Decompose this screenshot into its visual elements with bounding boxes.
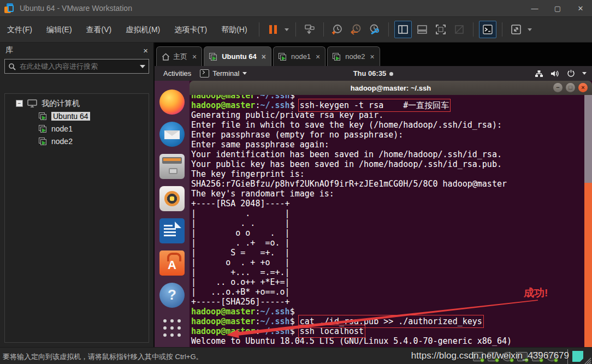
harddisk-icon[interactable]	[488, 352, 498, 361]
terminal-text-segment: Generating public/private rsa key pair.	[191, 110, 383, 120]
tree-item-node1[interactable]: node1	[5, 122, 149, 135]
pause-icon	[269, 25, 277, 34]
terminal-minimize-button[interactable]: −	[553, 83, 563, 92]
device-status-icons[interactable]	[473, 352, 557, 361]
terminal-text-segment: | o o . |	[191, 228, 290, 238]
help-icon[interactable]	[159, 283, 185, 308]
manage-snapshots-button[interactable]	[366, 21, 383, 38]
terminal-text-segment: ~/.ssh	[260, 100, 289, 110]
terminal-text-segment: | . . |	[191, 218, 290, 228]
close-button[interactable]: ✕	[569, 0, 592, 16]
fit-dropdown-caret[interactable]	[528, 28, 532, 31]
terminal-text-segment: | +... =.=+.|	[191, 267, 290, 277]
resize-grip-icon[interactable]	[584, 357, 591, 364]
notification-dot-icon	[389, 72, 393, 76]
tree-item-ubuntu64[interactable]: Ubuntu 64	[5, 110, 149, 122]
menu-view[interactable]: 查看(V)	[79, 17, 119, 42]
files-icon[interactable]	[159, 154, 185, 179]
sound-icon[interactable]	[547, 352, 557, 361]
terminal-text-segment: Enter passphrase (empty for no passphras…	[191, 130, 408, 140]
terminal-text-segment: ~/.ssh	[260, 317, 289, 326]
show-thumbnail-bar-button[interactable]	[414, 21, 430, 38]
clock-text: Thu 06:35	[353, 69, 387, 77]
message-log-icon[interactable]	[572, 351, 583, 362]
cdrom-icon[interactable]	[502, 352, 513, 361]
take-snapshot-button[interactable]	[329, 21, 346, 38]
fit-guest-icon	[510, 23, 522, 35]
revert-snapshot-icon	[350, 23, 363, 36]
menu-file[interactable]: 文件(F)	[0, 17, 39, 42]
library-pane-icon	[398, 24, 409, 35]
terminal-text-segment: | ...o.+B* +o==.o|	[191, 287, 290, 297]
revert-snapshot-button[interactable]	[348, 21, 364, 38]
show-library-button[interactable]	[394, 21, 412, 38]
window-title: Ubuntu 64 - VMware Workstation	[20, 4, 132, 13]
tree-item-my-computer[interactable]: − 我的计算机	[5, 97, 149, 110]
tab-close-icon[interactable]: ×	[192, 52, 197, 61]
home-icon	[162, 53, 170, 61]
tab-node2[interactable]: node2 ×	[327, 46, 380, 66]
tab-node1[interactable]: node1 ×	[273, 46, 325, 66]
thunderbird-icon[interactable]	[159, 122, 185, 147]
tab-close-icon[interactable]: ×	[370, 52, 374, 61]
libreoffice-writer-icon[interactable]	[159, 218, 185, 243]
fullscreen-button[interactable]	[433, 21, 449, 38]
menu-edit[interactable]: 编辑(E)	[39, 17, 79, 42]
search-placeholder: 在此处键入内容进行搜索	[20, 62, 140, 71]
tree-item-label: node2	[51, 137, 73, 146]
search-dropdown-caret[interactable]	[140, 65, 145, 68]
rhythmbox-icon[interactable]	[159, 186, 185, 211]
tab-close-icon[interactable]: ×	[262, 52, 266, 61]
minimize-button[interactable]: —	[523, 0, 546, 16]
pause-dropdown-caret[interactable]	[285, 28, 289, 31]
terminal-scrollbar[interactable]	[584, 95, 592, 347]
vm-console-screen: Activities Terminal Thu 06:35	[155, 66, 592, 347]
terminal-text-segment: $	[290, 307, 300, 317]
status-bar: 要将输入定向到该虚拟机，请将鼠标指针移入其中或按 Ctrl+G。 https:/…	[0, 347, 592, 364]
send-ctrl-alt-del-button[interactable]	[301, 21, 318, 38]
clock-menu[interactable]: Thu 06:35	[155, 69, 592, 77]
ubuntu-software-icon[interactable]	[159, 250, 185, 276]
terminal-line: | o . + +o |	[191, 258, 584, 267]
library-close-icon[interactable]: ×	[143, 46, 148, 55]
tab-close-icon[interactable]: ×	[316, 52, 320, 61]
tab-home[interactable]: 主页 ×	[156, 46, 202, 66]
fit-guest-button[interactable]	[508, 21, 524, 38]
terminal-text-segment: $	[290, 326, 300, 336]
terminal-close-button[interactable]: ×	[578, 83, 588, 92]
terminal-line: | ...o.+B* +o==.o|	[191, 287, 584, 297]
tree-item-node2[interactable]: node2	[5, 135, 149, 147]
floppy-icon[interactable]	[473, 352, 483, 361]
terminal-line: | .. o.o++ +*E+=|	[191, 277, 584, 287]
terminal-line: hadoop@master:~/.ssh$ ssh-keygen -t rsa …	[191, 100, 584, 110]
terminal-text-segment: | . .+ =o. |	[191, 238, 290, 248]
terminal-output[interactable]: hadoop@master:~/.ssh$hadoop@master:~/.ss…	[190, 95, 584, 347]
menu-vm[interactable]: 虚拟机(M)	[119, 17, 167, 42]
menu-tabs[interactable]: 选项卡(T)	[167, 17, 214, 42]
pause-vm-button[interactable]	[265, 21, 281, 38]
terminal-text-segment: hadoop@master	[191, 326, 255, 336]
app-grid-icon[interactable]	[161, 317, 183, 339]
terminal-titlebar[interactable]: hadoop@master: ~/.ssh − □ ×	[190, 81, 592, 95]
library-search-box[interactable]: 在此处键入内容进行搜索	[4, 59, 149, 74]
tab-bar: 主页 × Ubuntu 64 × node1 × node2 ×	[155, 43, 592, 66]
terminal-maximize-button[interactable]: □	[566, 83, 575, 92]
tab-ubuntu64[interactable]: Ubuntu 64 ×	[204, 46, 271, 66]
firefox-icon[interactable]	[159, 89, 185, 115]
terminal-text-segment: | o . + +o |	[191, 258, 290, 267]
terminal-line: The key fingerprint is:	[191, 169, 584, 179]
terminal-text-segment: Welcome to Ubuntu 18.04.5 LTS (GNU/Linux…	[191, 336, 512, 346]
tree-item-label-selected: Ubuntu 64	[51, 112, 90, 121]
scrollbar-thumb[interactable]	[584, 183, 592, 347]
network-adapter-icon[interactable]	[517, 352, 528, 361]
terminal-line: Generating public/private rsa key pair.	[191, 110, 584, 120]
terminal-line: +-----[SHA256]-----+	[191, 297, 584, 307]
tree-expander-icon[interactable]: −	[16, 100, 23, 107]
console-view-button[interactable]	[479, 21, 496, 38]
manage-snapshots-icon	[368, 23, 381, 36]
usb-icon[interactable]	[532, 352, 542, 361]
menu-help[interactable]: 帮助(H)	[214, 17, 254, 42]
annotated-command: cat ./id_rsa.pub >> ./authorized_keys	[300, 317, 482, 326]
maximize-button[interactable]: ▢	[546, 0, 569, 16]
terminal-line: Enter same passphrase again:	[191, 140, 584, 150]
